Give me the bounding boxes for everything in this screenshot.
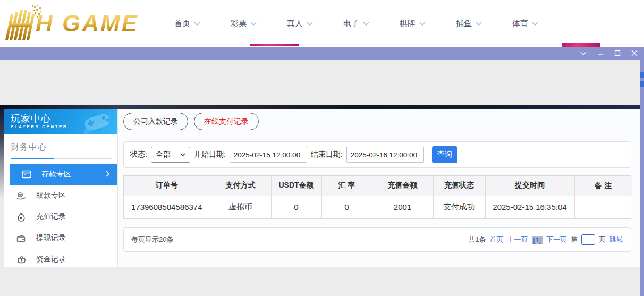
next-page-link[interactable]: 下一页 [546, 235, 567, 244]
cell-recharge-amount: 2001 [372, 196, 433, 218]
chevron-down-icon [194, 22, 200, 26]
jump-prefix-label: 第 [571, 235, 578, 244]
nav-item-home[interactable]: 首页 [174, 19, 200, 29]
status-selected-value: 全部 [156, 150, 171, 159]
col-pay-method: 支付方式 [210, 176, 271, 196]
cell-remark [574, 196, 632, 218]
player-center-panel: 玩家中心 PLAYERS CENTER 财务中心 [4, 109, 640, 267]
chevron-down-icon [419, 22, 426, 26]
cell-submit-time: 2025-02-15 16:35:04 [485, 196, 574, 218]
record-tabs: 公司入款记录 在线支付记录 [123, 113, 259, 130]
end-date-input[interactable] [346, 147, 424, 163]
sidebar-menu: 存款专区 取款专区 充值记录 [4, 164, 117, 270]
records-main-panel: 公司入款记录 在线支付记录 状态: 全部 开始日期: 结束日期: 查询 [118, 109, 640, 267]
sidebar-header: 玩家中心 PLAYERS CENTER [4, 109, 117, 134]
col-remark: 备 注 [574, 176, 632, 196]
nav-item-cards[interactable]: 棋牌 [400, 19, 426, 29]
sidebar-item-label: 提现记录 [36, 233, 66, 243]
wallet-icon [16, 234, 27, 242]
sidebar-section-title: 财务中心 [4, 134, 117, 153]
sidebar-item-recharge-records[interactable]: 充值记录 [4, 206, 117, 227]
sidebar-item-withdrawal-records[interactable]: 提现记录 [4, 227, 117, 249]
filter-bar: 状态: 全部 开始日期: 结束日期: 查询 [123, 141, 631, 168]
start-date-label: 开始日期: [194, 150, 226, 159]
jump-suffix-label: 页 [599, 235, 606, 244]
window-titlebar [0, 47, 644, 60]
col-recharge-status: 充值状态 [433, 176, 485, 196]
section-divider [11, 158, 112, 159]
chevron-right-icon [106, 171, 109, 177]
nav-item-fishing[interactable]: 捕鱼 [456, 19, 482, 29]
money-bag-icon [16, 213, 27, 222]
logo[interactable]: H GAME [6, 4, 142, 43]
obscured-page-fragment [640, 81, 644, 87]
total-count-text: 共1条 [468, 235, 486, 244]
jump-button[interactable]: 跳转 [609, 235, 623, 244]
chevron-down-icon [532, 22, 538, 26]
table-row: 1739608504586374 虚拟币 0 0 2001 支付成功 2025-… [124, 196, 632, 218]
chevron-down-icon [363, 22, 369, 26]
col-usdt-amount: USDT金额 [271, 176, 321, 196]
purse-icon [16, 255, 27, 264]
window-minimize-icon[interactable] [597, 50, 604, 57]
col-submit-time: 提交时间 [485, 176, 574, 196]
app-window: H GAME 首页 彩票 真人 电子 棋牌 [0, 0, 644, 296]
jump-page-input[interactable] [581, 234, 595, 245]
col-exchange-rate: 汇 率 [321, 176, 372, 196]
cell-order-no: 1739608504586374 [124, 196, 210, 218]
query-button[interactable]: 查询 [432, 146, 457, 163]
status-select[interactable]: 全部 [151, 147, 190, 163]
obscured-page-fragment [640, 72, 644, 78]
gamepad-icon [80, 111, 114, 134]
sidebar-item-label: 取款专区 [36, 191, 66, 200]
window-right-border [640, 60, 644, 296]
status-label: 状态: [130, 150, 147, 159]
start-date-input[interactable] [230, 147, 307, 163]
prev-page-link[interactable]: 上一页 [507, 235, 528, 244]
logo-stylized-h [5, 10, 36, 40]
first-page-link[interactable]: 首页 [490, 235, 504, 244]
cell-exchange-rate: 0 [321, 196, 372, 218]
window-empty-area [0, 60, 644, 105]
sidebar: 玩家中心 PLAYERS CENTER 财务中心 [4, 109, 118, 267]
nav-item-slots[interactable]: 电子 [343, 19, 369, 29]
logo-sparkle-dots [32, 5, 33, 7]
sidebar-item-label: 充值记录 [36, 212, 66, 222]
tab-company-deposit-records[interactable]: 公司入款记录 [123, 113, 188, 130]
window-empty-area [0, 267, 644, 296]
sidebar-item-deposit-zone[interactable]: 存款专区 [10, 164, 117, 185]
col-recharge-amount: 充值金额 [372, 176, 433, 196]
main-nav: 首页 彩票 真人 电子 棋牌 捕鱼 [174, 0, 538, 47]
window-close-icon[interactable] [631, 50, 638, 57]
logo-text: H GAME [36, 12, 142, 35]
col-order-no: 订单号 [124, 176, 210, 196]
content-top-dark-edge [0, 105, 640, 109]
pagination-bar: 每页显示20条 共1条 首页 上一页 [1] 下一页 第 页 跳转 [123, 227, 631, 252]
site-header: H GAME 首页 彩票 真人 电子 棋牌 [0, 0, 644, 47]
cell-recharge-status: 支付成功 [433, 196, 485, 218]
deposit-card-icon [21, 170, 32, 179]
chevron-down-icon [250, 22, 257, 26]
cell-pay-method: 虚拟币 [210, 196, 271, 218]
tab-online-payment-records[interactable]: 在线支付记录 [194, 113, 259, 130]
chevron-down-icon [180, 153, 185, 156]
sidebar-item-label: 存款专区 [41, 170, 71, 179]
window-collapse-icon[interactable] [580, 50, 587, 57]
chevron-down-icon [307, 22, 313, 26]
cell-usdt-amount: 0 [271, 196, 321, 218]
pager-controls: 共1条 首页 上一页 [1] 下一页 第 页 跳转 [468, 234, 623, 245]
table-header-row: 订单号 支付方式 USDT金额 汇 率 充值金额 充值状态 提交时间 备 注 [124, 176, 632, 196]
page-size-text: 每页显示20条 [131, 235, 173, 244]
hand-coins-icon [16, 191, 27, 200]
left-dark-gradient-edge [0, 109, 4, 200]
obscured-promo-text-fragment [250, 44, 299, 46]
nav-item-lottery[interactable]: 彩票 [231, 19, 257, 29]
nav-item-sports[interactable]: 体育 [512, 19, 538, 29]
records-table: 订单号 支付方式 USDT金额 汇 率 充值金额 充值状态 提交时间 备 注 1 [123, 175, 631, 219]
end-date-label: 结束日期: [311, 150, 343, 159]
nav-item-live[interactable]: 真人 [287, 19, 313, 29]
sidebar-item-label: 资金记录 [36, 255, 66, 264]
sidebar-item-withdraw-zone[interactable]: 取款专区 [4, 185, 117, 206]
window-maximize-icon[interactable] [614, 50, 621, 57]
chevron-down-icon [476, 22, 482, 26]
